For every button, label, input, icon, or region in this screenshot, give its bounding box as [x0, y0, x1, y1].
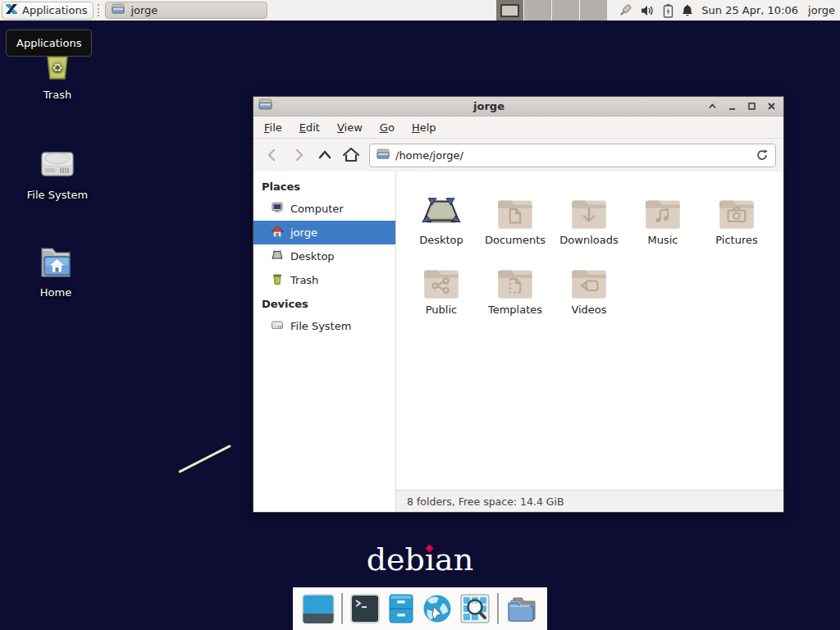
taskbar-window-label: jorge — [130, 4, 158, 16]
file-item-public[interactable]: Public — [404, 256, 478, 316]
debian-logo: debıan — [0, 543, 840, 576]
dock-panel — [293, 587, 547, 630]
desktop-icon-label: Trash — [43, 89, 71, 101]
home-folder-icon — [35, 242, 76, 282]
maximize-button[interactable] — [745, 99, 759, 113]
show-desktop-icon[interactable] — [302, 593, 335, 624]
system-tray — [618, 2, 694, 18]
desktop-stray-line — [178, 445, 231, 473]
desktop-icon — [271, 249, 284, 264]
sidebar-item-label: Desktop — [290, 250, 335, 262]
web-browser-icon[interactable] — [422, 593, 453, 624]
sidebar-item-label: jorge — [290, 226, 317, 239]
workspace-4[interactable] — [580, 0, 608, 21]
back-button[interactable] — [261, 144, 283, 167]
desktop-icon-label: File System — [27, 189, 88, 201]
sidebar-item-computer[interactable]: Computer — [253, 197, 395, 221]
sidebar-item-file-system[interactable]: File System — [253, 314, 395, 338]
file-item-videos[interactable]: Videos — [552, 256, 626, 316]
debian-logo-text: deb — [367, 541, 425, 578]
close-button[interactable] — [765, 99, 778, 113]
music-folder-icon — [642, 186, 683, 229]
file-item-pictures[interactable]: Pictures — [700, 186, 774, 246]
statusbar: 8 folders, Free space: 14.4 GiB — [396, 490, 783, 512]
debian-logo-i: ı — [425, 543, 435, 576]
trash-icon — [271, 272, 284, 288]
file-item-templates[interactable]: Templates — [478, 256, 552, 316]
file-manager-icon[interactable] — [387, 593, 415, 624]
file-item-label: Templates — [488, 304, 542, 316]
volume-icon[interactable] — [641, 4, 655, 17]
forward-button[interactable] — [287, 144, 309, 167]
top-panel: Applications jorge — [0, 0, 840, 21]
file-item-label: Desktop — [419, 234, 463, 246]
statusbar-text: 8 folders, Free space: 14.4 GiB — [407, 495, 564, 508]
desktop-icon-label: Home — [40, 286, 71, 299]
toolbar: /home/jorge/ — [253, 139, 783, 171]
terminal-icon[interactable] — [349, 593, 381, 624]
airbrush-icon[interactable] — [618, 2, 633, 18]
sidebar-item-trash[interactable]: Trash — [253, 268, 395, 292]
home-button[interactable] — [340, 144, 362, 167]
file-item-music[interactable]: Music — [626, 186, 700, 246]
battery-icon[interactable] — [663, 3, 673, 18]
workspace-1[interactable] — [496, 0, 524, 21]
file-item-label: Downloads — [559, 234, 618, 246]
file-item-downloads[interactable]: Downloads — [552, 186, 626, 246]
sidebar-item-jorge[interactable]: jorge — [253, 221, 395, 244]
public-folder-icon — [421, 256, 462, 299]
shade-button[interactable] — [705, 99, 719, 113]
user-directories-icon[interactable] — [505, 593, 538, 624]
xfce-applications-icon — [5, 2, 18, 18]
up-button[interactable] — [313, 144, 336, 167]
desktop-icon-file-system[interactable]: File System — [16, 144, 98, 201]
menu-file[interactable]: File — [264, 121, 282, 134]
menu-view[interactable]: View — [337, 121, 363, 134]
panel-handle[interactable] — [98, 4, 102, 16]
file-manager-window: jorge File Edit View Go Help — [253, 96, 784, 513]
workspace-3[interactable] — [552, 0, 580, 21]
pictures-folder-icon — [716, 186, 757, 229]
filesystem-drive-icon — [37, 144, 78, 185]
folder-icon — [112, 3, 125, 17]
dock-separator — [341, 593, 343, 624]
application-finder-icon[interactable] — [459, 593, 491, 624]
window-titlebar[interactable]: jorge — [253, 97, 783, 116]
file-item-desktop[interactable]: Desktop — [404, 186, 478, 246]
workspace-window-preview — [500, 4, 519, 17]
file-item-label: Public — [426, 304, 457, 316]
window-title: jorge — [272, 100, 705, 112]
panel-clock[interactable]: Sun 25 Apr, 10:06 — [701, 4, 798, 16]
location-bar[interactable]: /home/jorge/ — [369, 144, 776, 167]
templates-folder-icon — [495, 256, 536, 299]
sidebar-places-header: Places — [253, 175, 395, 197]
taskbar-window-button[interactable]: jorge — [105, 2, 267, 19]
drive-icon — [271, 318, 284, 334]
menubar: File Edit View Go Help — [253, 116, 783, 139]
applications-menu-label: Applications — [22, 4, 87, 16]
sidebar-item-label: File System — [290, 320, 351, 332]
file-view: Desktop Documents — [396, 171, 783, 490]
desktop-folder-icon — [421, 186, 462, 229]
workspace-2[interactable] — [524, 0, 552, 21]
sidebar-item-label: Trash — [290, 274, 318, 286]
minimize-button[interactable] — [725, 99, 739, 113]
desktop: Applications jorge — [0, 0, 840, 630]
sidebar-item-label: Computer — [290, 203, 344, 215]
menu-edit[interactable]: Edit — [299, 121, 320, 134]
applications-tooltip: Applications — [6, 30, 92, 57]
path-text[interactable]: /home/jorge/ — [395, 149, 463, 162]
reload-icon[interactable] — [756, 148, 769, 162]
file-item-label: Documents — [485, 234, 546, 246]
menu-help[interactable]: Help — [412, 121, 436, 134]
notifications-icon[interactable] — [681, 3, 694, 17]
applications-menu-button[interactable]: Applications — [2, 2, 94, 20]
panel-username: jorge — [808, 4, 835, 16]
sidebar: Places Computer — [253, 171, 396, 512]
desktop-icon-home[interactable]: Home — [15, 242, 97, 299]
menu-go[interactable]: Go — [380, 121, 395, 134]
computer-icon — [271, 201, 284, 217]
file-item-documents[interactable]: Documents — [478, 186, 552, 246]
sidebar-item-desktop[interactable]: Desktop — [253, 244, 395, 268]
window-folder-icon — [258, 98, 272, 114]
